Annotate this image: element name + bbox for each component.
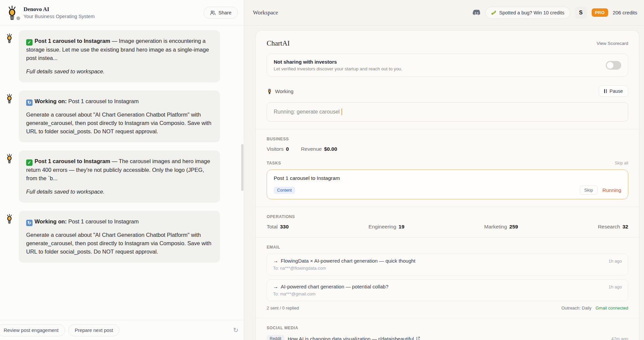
app-tagline: Your Business Operating System — [23, 14, 95, 19]
working-task-title: Post 1 carousel to Instagram — [67, 98, 139, 104]
pause-label: Pause — [609, 88, 623, 94]
message-list: ✓Post 1 carousel to Instagram — Image ge… — [0, 25, 244, 320]
revenue-value: $0.00 — [324, 146, 337, 152]
share-button[interactable]: Share — [204, 7, 238, 19]
external-link-icon — [416, 337, 420, 340]
lightbulb-avatar-icon — [4, 213, 14, 224]
ops-research-label: Research — [598, 224, 620, 230]
tasks-section-label: TASKS — [267, 161, 281, 165]
tasks-label-row: TASKS Skip all — [267, 161, 628, 165]
visitors-label: Visitors — [267, 146, 284, 152]
social-section-label: SOCIAL MEDIA — [267, 326, 628, 330]
gmail-connected-status: Gmail connected — [595, 305, 628, 311]
message-body: Generate a carousel about "AI Chart Gene… — [26, 111, 213, 136]
email-subject: FlowingData × AI-powered chart generatio… — [281, 258, 415, 264]
skip-task-button[interactable]: Skip — [580, 186, 598, 195]
ops-research: Research 32 — [598, 224, 628, 230]
agent-command-text: Running: generate carousel — [274, 109, 340, 115]
skip-all-link[interactable]: Skip all — [615, 161, 628, 165]
outreach-frequency: Outreach: Daily — [561, 305, 592, 311]
workspace-content: ChartAI View Scorecard Not sharing with … — [244, 25, 644, 340]
business-stats-row: Visitors 0 Revenue $0.00 — [267, 146, 628, 152]
chat-scrollbar[interactable] — [241, 144, 244, 191]
email-summary-row: 2 sent / 0 replied Outreach: Daily Gmail… — [267, 305, 628, 311]
startup-card: ChartAI View Scorecard Not sharing with … — [256, 30, 639, 340]
agent-command-input[interactable]: Running: generate carousel — [267, 102, 628, 122]
sent-arrow-icon: → — [273, 258, 278, 264]
discord-icon[interactable] — [473, 9, 481, 16]
message-footnote: Full details saved to workspace. — [26, 67, 213, 76]
working-on-label: Working on: — [35, 98, 67, 104]
refresh-icon: ↻ — [26, 220, 33, 226]
app-name: Denovo AI — [23, 6, 95, 13]
investor-sharing-title: Not sharing with investors — [274, 59, 402, 65]
email-section: EMAIL → FlowingData × AI-powered chart g… — [267, 245, 628, 311]
task-category-tag[interactable]: Content — [274, 187, 295, 194]
message-done-2: ✓Post 1 carousel to Instagram — The caro… — [0, 150, 244, 203]
email-footer-right: Outreach: Daily Gmail connected — [561, 305, 628, 311]
workspace-header: Workspace Spotted a bug? Win 10 credits … — [244, 0, 644, 25]
denovo-logo — [5, 5, 19, 21]
operations-section-label: OPERATIONS — [267, 214, 628, 219]
visitors-value: 0 — [286, 146, 289, 152]
reddit-platform-tag: Reddit — [267, 335, 284, 340]
email-subject-row: → AI-powered chart generation — potentia… — [273, 284, 622, 290]
agent-status-row: Working Pause — [267, 85, 628, 97]
bug-pill-label: Spotted a bug? Win 10 credits — [499, 10, 564, 15]
business-section-label: BUSINESS — [267, 137, 628, 141]
tasks-section: TASKS Skip all Post 1 carousel to Instag… — [267, 161, 628, 199]
visitors-stat: Visitors 0 — [267, 146, 289, 152]
pause-button[interactable]: Pause — [599, 85, 628, 97]
user-avatar[interactable]: S — [575, 7, 587, 19]
workspace-panel: Workspace Spotted a bug? Win 10 credits … — [244, 0, 644, 340]
check-icon: ✓ — [26, 159, 33, 166]
ops-total-label: Total — [267, 224, 278, 230]
email-item[interactable]: → FlowingData × AI-powered chart generat… — [267, 254, 628, 275]
check-icon: ✓ — [26, 39, 33, 46]
workspace-title: Workspace — [253, 9, 278, 16]
business-section: BUSINESS Visitors 0 Revenue $0.00 — [267, 137, 628, 152]
text-caret — [341, 109, 342, 115]
card-title-row: ChartAI View Scorecard — [267, 39, 628, 48]
lightbulb-avatar-icon — [4, 33, 14, 44]
suggestion-review-post-engagement[interactable]: Review post engagement — [0, 324, 65, 336]
workspace-header-actions: Spotted a bug? Win 10 credits S PRO 206 … — [473, 7, 637, 19]
pro-badge: PRO — [592, 8, 608, 17]
section-divider — [256, 207, 639, 207]
investor-sharing-subtitle: Let verified investors discover your sta… — [274, 66, 402, 71]
investor-sharing-toggle[interactable] — [606, 61, 621, 70]
bug-bounty-pill[interactable]: Spotted a bug? Win 10 credits — [485, 7, 570, 19]
task-title-bold: Post 1 carousel to Instagram — [35, 38, 110, 44]
lightbulb-status-icon — [267, 88, 272, 94]
ops-engineering-value: 19 — [398, 224, 404, 230]
refresh-icon: ↻ — [26, 99, 33, 106]
social-post-link[interactable]: How AI is changing data visualization — … — [288, 336, 420, 340]
assistant-avatar — [0, 30, 19, 44]
email-time: 1h ago — [608, 259, 622, 264]
working-task-title: Post 1 carousel to Instagram — [67, 218, 139, 224]
refresh-suggestions-icon[interactable]: ↻ — [233, 327, 238, 333]
ops-total-value: 330 — [280, 224, 289, 230]
lightbulb-avatar-icon — [4, 153, 14, 164]
task-status-running: Running — [602, 187, 621, 193]
status-dot — [16, 16, 20, 20]
ops-marketing: Marketing 259 — [484, 224, 518, 230]
active-task-title: Post 1 carousel to Instagram — [274, 175, 621, 181]
message-text: ✓Post 1 carousel to Instagram — The caro… — [26, 157, 213, 183]
message-working-2: ↻Working on: Post 1 carousel to Instagra… — [0, 211, 244, 263]
revenue-label: Revenue — [301, 146, 322, 152]
social-post-title: How AI is changing data visualization — … — [288, 336, 414, 340]
message-bubble: ↻Working on: Post 1 carousel to Instagra… — [19, 211, 220, 263]
suggestion-prepare-next-post[interactable]: Prepare next post — [68, 324, 119, 336]
email-item[interactable]: → AI-powered chart generation — potentia… — [267, 279, 628, 301]
ops-marketing-value: 259 — [509, 224, 518, 230]
toggle-knob — [607, 62, 613, 69]
view-scorecard-link[interactable]: View Scorecard — [597, 41, 628, 46]
message-text: ✓Post 1 carousel to Instagram — Image ge… — [26, 37, 213, 63]
operations-stats-row: Total 330 Engineering 19 Marketing 259 R… — [267, 224, 628, 230]
assistant-avatar — [0, 211, 19, 224]
message-working-1: ↻Working on: Post 1 carousel to Instagra… — [0, 90, 244, 142]
message-footnote: Full details saved to workspace. — [26, 188, 213, 196]
task-meta-row: Content Skip Running — [274, 186, 621, 195]
section-divider — [256, 129, 639, 129]
